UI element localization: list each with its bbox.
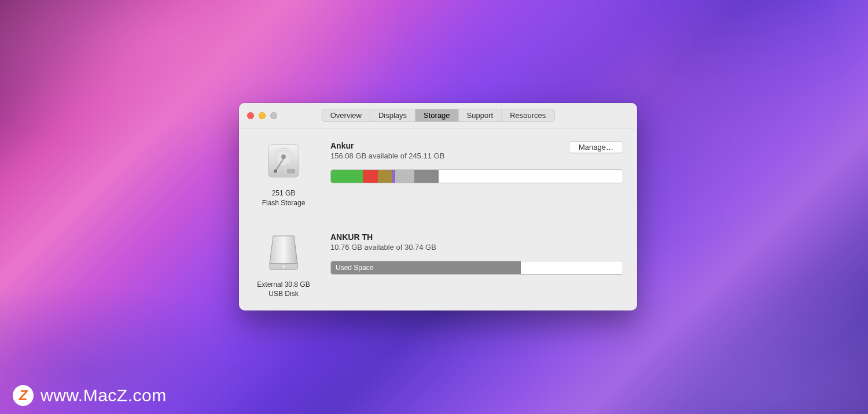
drive-name: Ankur (330, 141, 444, 150)
tab-storage[interactable]: Storage (415, 109, 459, 121)
drive-available-text: 156.08 GB available of 245.11 GB (330, 151, 444, 160)
storage-bar[interactable]: Used Space (330, 261, 623, 275)
minimize-button[interactable] (259, 112, 266, 119)
used-space-label: Used Space (336, 264, 373, 272)
storage-bar[interactable] (330, 169, 623, 183)
drive-row-external: External 30.8 GB USB Disk ANKUR TH 10.76… (253, 232, 623, 300)
storage-segment (363, 170, 377, 183)
drive-info: ANKUR TH 10.76 GB available of 30.74 GB … (330, 232, 623, 300)
about-this-mac-window: Overview Displays Storage Support Resour… (239, 103, 637, 310)
svg-point-4 (281, 154, 286, 159)
watermark-logo-icon: Z (13, 385, 34, 406)
storage-segment (521, 261, 623, 274)
drive-icon-column: 251 GB Flash Storage (253, 141, 314, 208)
tab-resources[interactable]: Resources (502, 109, 554, 121)
svg-rect-6 (287, 169, 295, 173)
drive-header: ANKUR TH 10.76 GB available of 30.74 GB (330, 232, 623, 252)
drive-name: ANKUR TH (330, 232, 436, 242)
drive-capacity-text: 251 GB (272, 189, 296, 197)
desktop-background: Overview Displays Storage Support Resour… (0, 0, 868, 414)
storage-segment (439, 170, 623, 183)
drive-row-internal: 251 GB Flash Storage Ankur 156.08 GB ava… (253, 141, 623, 208)
manage-button[interactable]: Manage… (569, 141, 623, 153)
watermark-text: www.MacZ.com (41, 386, 167, 405)
drive-header: Ankur 156.08 GB available of 245.11 GB M… (330, 141, 623, 160)
storage-segment (395, 170, 414, 183)
storage-segment (378, 170, 392, 183)
close-button[interactable] (247, 112, 254, 119)
window-titlebar[interactable]: Overview Displays Storage Support Resour… (239, 103, 637, 128)
external-drive-icon (264, 232, 303, 272)
tab-displays[interactable]: Displays (370, 109, 415, 121)
drive-caption: External 30.8 GB USB Disk (257, 280, 310, 300)
watermark: Z www.MacZ.com (13, 385, 167, 406)
drive-type-text: USB Disk (269, 290, 298, 298)
svg-point-5 (274, 169, 277, 173)
drive-info: Ankur 156.08 GB available of 245.11 GB M… (330, 141, 623, 208)
drive-capacity-text: External 30.8 GB (257, 280, 310, 289)
storage-segment (414, 170, 439, 183)
maximize-button (270, 112, 277, 119)
window-content: 251 GB Flash Storage Ankur 156.08 GB ava… (239, 128, 637, 310)
tab-support[interactable]: Support (459, 109, 502, 121)
storage-segment (331, 170, 363, 183)
drive-icon-column: External 30.8 GB USB Disk (253, 232, 314, 300)
svg-point-7 (282, 265, 285, 267)
tab-bar: Overview Displays Storage Support Resour… (322, 109, 555, 122)
drive-available-text: 10.76 GB available of 30.74 GB (330, 243, 436, 252)
tab-overview[interactable]: Overview (322, 109, 370, 121)
drive-type-text: Flash Storage (262, 199, 306, 207)
drive-caption: 251 GB Flash Storage (262, 188, 306, 208)
traffic-lights (247, 112, 277, 119)
internal-drive-icon (264, 141, 303, 180)
